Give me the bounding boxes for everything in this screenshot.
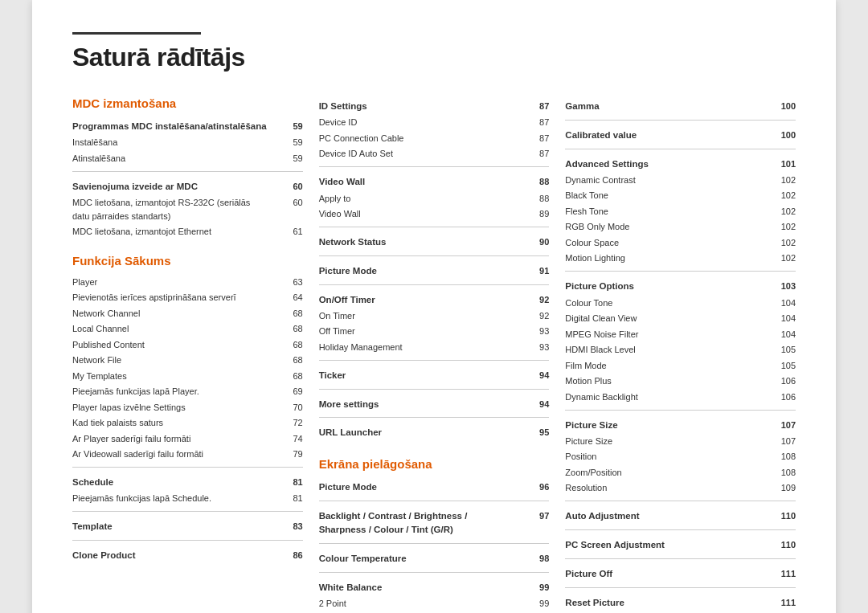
col1: MDC izmantošana Programmas MDC instalēša… [72, 96, 319, 613]
toc-num: 68 [287, 338, 303, 352]
toc-num: 83 [287, 520, 303, 533]
toc-row: Local Channel 68 [72, 321, 303, 337]
toc-num: 61 [287, 225, 303, 239]
toc-label: Kad tiek palaists saturs [72, 416, 287, 430]
toc-num: 81 [287, 492, 303, 505]
toc-row: Backlight / Contrast / Brightness /Sharp… [319, 506, 550, 538]
toc-row: PC Connection Cable 87 [319, 130, 550, 146]
toc-row: Picture Mode 91 [319, 261, 550, 280]
toc-num: 104 [780, 296, 796, 310]
toc-label: Savienojuma izveide ar MDC [72, 180, 287, 194]
toc-num: 64 [287, 291, 303, 304]
toc-num: 100 [780, 100, 796, 113]
toc-num: 105 [780, 359, 796, 373]
toc-row: MDC lietošana, izmantojot RS-232C (seriā… [72, 195, 303, 224]
toc-num: 102 [780, 220, 796, 234]
toc-row: URL Launcher 95 [319, 423, 550, 441]
col2: ID Settings 87 Device ID 87 PC Connectio… [319, 96, 566, 613]
toc-label: Zoom/Position [565, 466, 780, 480]
section-title-funkcija: Funkcija Sākums [72, 254, 303, 268]
toc-row: HDMI Black Level 105 [565, 342, 796, 358]
toc-row: Digital Clean View 104 [565, 311, 796, 327]
toc-row: Apply to 88 [319, 190, 550, 206]
title-bar [72, 32, 201, 35]
toc-row: Colour Tone 104 [565, 295, 796, 311]
toc-row: Pieejamās funkcijas lapā Player. 69 [72, 384, 303, 400]
toc-num: 88 [533, 175, 549, 189]
toc-label: RGB Only Mode [565, 220, 780, 234]
toc-label: URL Launcher [319, 426, 534, 439]
toc-row: Device ID Auto Set 87 [319, 146, 550, 162]
toc-row: MDC lietošana, izmantojot Ethernet 61 [72, 224, 303, 240]
toc-row: Position 108 [565, 449, 796, 465]
toc-num: 102 [780, 205, 796, 219]
toc-row: 2 Point 99 [319, 595, 550, 611]
toc-label: Digital Clean View [565, 312, 780, 325]
toc-num: 59 [287, 136, 303, 149]
toc-row: Auto Adjustment 110 [565, 506, 796, 525]
toc-label: Position [565, 450, 780, 464]
toc-divider [565, 587, 796, 588]
toc-label: Picture Size [565, 419, 780, 432]
toc-divider [565, 558, 796, 559]
toc-num: 99 [533, 581, 549, 595]
toc-row: Zoom/Position 108 [565, 464, 796, 480]
toc-num: 60 [287, 180, 303, 194]
toc-label: Video Wall [319, 175, 534, 189]
toc-row: Picture Size 107 [565, 415, 796, 434]
toc-divider [319, 166, 550, 167]
toc-row: Video Wall 88 [319, 172, 550, 190]
toc-num: 68 [287, 307, 303, 321]
toc-row: Colour Space 102 [565, 235, 796, 251]
toc-row: Pieejamās funkcijas lapā Schedule. 81 [72, 491, 303, 507]
toc-num: 92 [533, 293, 549, 307]
toc-row: ID Settings 87 [319, 96, 550, 115]
toc-row: Black Tone 102 [565, 188, 796, 204]
toc-row: Picture Off 111 [565, 564, 796, 582]
toc-divider [319, 501, 550, 501]
toc-label: Picture Mode [319, 264, 534, 278]
toc-label: Player [72, 276, 287, 289]
toc-label: Device ID Auto Set [319, 147, 534, 161]
toc-row: On Timer 92 [319, 308, 550, 324]
section-title-ekrana: Ekrāna pielāgošana [319, 457, 550, 471]
toc-label: Advanced Settings [565, 157, 780, 171]
toc-num: 59 [287, 120, 303, 133]
toc-num: 87 [533, 100, 549, 113]
toc-row: Motion Plus 106 [565, 374, 796, 390]
toc-label: 2 Point [319, 597, 534, 611]
toc-row: Template 83 [72, 517, 303, 535]
toc-num: 105 [780, 343, 796, 357]
toc-num: 107 [780, 435, 796, 448]
toc-label: Picture Options [565, 280, 780, 293]
toc-label: On/Off Timer [319, 293, 534, 307]
toc-label: Clone Product [72, 549, 287, 562]
toc-num: 72 [287, 416, 303, 430]
toc-label: Network Status [319, 235, 534, 249]
toc-num: 87 [533, 132, 549, 145]
toc-label: Network Channel [72, 307, 287, 321]
toc-label: Holiday Management [319, 341, 534, 354]
toc-label: MPEG Noise Filter [565, 328, 780, 341]
toc-divider [72, 467, 303, 468]
toc-row: Ar Videowall saderīgi failu formāti 79 [72, 447, 303, 463]
toc-row: Player lapas izvēlne Settings 70 [72, 399, 303, 415]
page-title: Saturā rādītājs [72, 43, 796, 72]
toc-label: Film Mode [565, 359, 780, 373]
section-title-mdc: MDC izmantošana [72, 96, 303, 110]
toc-label: Ar Videowall saderīgi failu formāti [72, 447, 287, 461]
toc-label: Picture Mode [319, 480, 534, 494]
toc-row: Motion Lighting 102 [565, 251, 796, 267]
toc-divider [565, 529, 796, 530]
toc-row: Video Wall 89 [319, 206, 550, 223]
toc-row: Pievienotās ierīces apstiprināšana serve… [72, 290, 303, 306]
toc-row: Schedule 81 [72, 472, 303, 491]
toc-label: MDC lietošana, izmantojot Ethernet [72, 225, 287, 239]
toc-num: 87 [533, 116, 549, 129]
columns-wrapper: MDC izmantošana Programmas MDC instalēša… [72, 96, 796, 613]
toc-label: PC Screen Adjustment [565, 538, 780, 552]
toc-num: 90 [533, 235, 549, 249]
toc-label: Colour Temperature [319, 552, 534, 566]
toc-num: 68 [287, 370, 303, 383]
toc-num: 102 [780, 251, 796, 265]
